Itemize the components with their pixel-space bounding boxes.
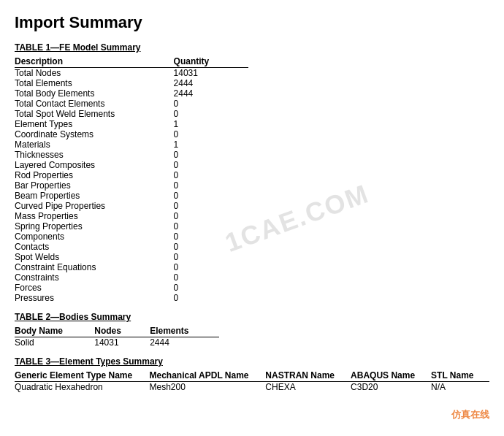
table1-cell-qty: 0 — [174, 221, 248, 232]
table1-cell-qty: 0 — [174, 211, 248, 221]
table3-cell: Quadratic Hexahedron — [15, 382, 149, 393]
table-row: Forces0 — [15, 283, 248, 293]
table-row: Quadratic HexahedronMesh200CHEXAC3D20N/A — [15, 382, 489, 393]
table1-cell-desc: Total Nodes — [15, 68, 174, 79]
table3-cell: N/A — [431, 382, 489, 393]
table1-cell-desc: Constraints — [15, 272, 174, 283]
table-row: Total Nodes14031 — [15, 68, 248, 79]
table-row: Pressures0 — [15, 293, 248, 303]
table1-cell-desc: Element Types — [15, 119, 174, 129]
table1-cell-qty: 2444 — [174, 88, 248, 99]
table2-title: TABLE 2—Bodies Summary — [15, 312, 489, 322]
table1-cell-desc: Total Contact Elements — [15, 99, 174, 109]
table3-col-nastran: NASTRAN Name — [265, 370, 351, 382]
table1-cell-desc: Spring Properties — [15, 221, 174, 232]
table1-cell-qty: 0 — [174, 180, 248, 191]
table-row: Coordinate Systems0 — [15, 129, 248, 139]
table1-title: TABLE 1—FE Model Summary — [15, 42, 489, 53]
table1-cell-desc: Mass Properties — [15, 211, 174, 221]
table1-cell-desc: Contacts — [15, 242, 174, 252]
table1-section: TABLE 1—FE Model Summary Description Qua… — [15, 42, 489, 303]
table-row: Solid140312444 — [15, 337, 219, 348]
table-row: Total Elements2444 — [15, 78, 248, 88]
table-row: Spring Properties0 — [15, 221, 248, 232]
table2-col-elements: Elements — [150, 325, 219, 337]
table3-col-generic: Generic Element Type Name — [15, 370, 149, 382]
table1-cell-qty: 0 — [174, 293, 248, 303]
table1-col-quantity: Quantity — [174, 56, 248, 68]
table1-cell-qty: 0 — [174, 272, 248, 283]
watermark2: 仿真在线 — [451, 408, 489, 421]
table1-cell-qty: 0 — [174, 150, 248, 160]
table1-cell-desc: Coordinate Systems — [15, 129, 174, 139]
table-row: Total Contact Elements0 — [15, 99, 248, 109]
table1-cell-qty: 0 — [174, 283, 248, 293]
table2: Body Name Nodes Elements Solid140312444 — [15, 325, 219, 348]
table1-cell-qty: 0 — [174, 232, 248, 242]
table-row: Mass Properties0 — [15, 211, 248, 221]
table2-section: TABLE 2—Bodies Summary Body Name Nodes E… — [15, 312, 489, 348]
table2-col-bodyname: Body Name — [15, 325, 94, 337]
table1-cell-qty: 0 — [174, 109, 248, 119]
table1-cell-qty: 0 — [174, 99, 248, 109]
table2-cell: 14031 — [94, 337, 150, 348]
table3-cell: Mesh200 — [149, 382, 265, 393]
table-row: Layered Composites0 — [15, 160, 248, 170]
table1-cell-desc: Layered Composites — [15, 160, 174, 170]
table2-cell: 2444 — [150, 337, 219, 348]
table2-col-nodes: Nodes — [94, 325, 150, 337]
table3-col-abaqus: ABAQUS Name — [351, 370, 431, 382]
table1-cell-desc: Bar Properties — [15, 180, 174, 191]
table1-cell-qty: 1 — [174, 119, 248, 129]
table-row: Thicknesses0 — [15, 150, 248, 160]
table1-cell-desc: Thicknesses — [15, 150, 174, 160]
table1-cell-desc: Components — [15, 232, 174, 242]
table3: Generic Element Type Name Mechanical APD… — [15, 370, 489, 392]
table1-cell-desc: Total Body Elements — [15, 88, 174, 99]
table-row: Materials1 — [15, 139, 248, 150]
table1-cell-qty: 14031 — [174, 68, 248, 79]
table3-cell: C3D20 — [351, 382, 431, 393]
table1-cell-desc: Beam Properties — [15, 191, 174, 201]
table3-section: TABLE 3—Element Types Summary Generic El… — [15, 356, 489, 392]
table-row: Constraint Equations0 — [15, 262, 248, 272]
table1-cell-desc: Rod Properties — [15, 170, 174, 180]
table-row: Components0 — [15, 232, 248, 242]
table1-cell-qty: 0 — [174, 170, 248, 180]
table-row: Constraints0 — [15, 272, 248, 283]
table1-cell-qty: 0 — [174, 129, 248, 139]
table1-cell-qty: 2444 — [174, 78, 248, 88]
table1-cell-desc: Spot Welds — [15, 252, 174, 262]
table1-cell-desc: Total Elements — [15, 78, 174, 88]
table-row: Bar Properties0 — [15, 180, 248, 191]
table1-cell-qty: 0 — [174, 191, 248, 201]
table-row: Element Types1 — [15, 119, 248, 129]
table2-cell: Solid — [15, 337, 94, 348]
page-title: Import Summary — [15, 13, 489, 32]
table1-cell-desc: Curved Pipe Properties — [15, 201, 174, 211]
table1-cell-qty: 0 — [174, 252, 248, 262]
table-row: Beam Properties0 — [15, 191, 248, 201]
table1-cell-desc: Forces — [15, 283, 174, 293]
table1-cell-qty: 0 — [174, 242, 248, 252]
table1-cell-desc: Pressures — [15, 293, 174, 303]
table3-col-stl: STL Name — [431, 370, 489, 382]
table-row: Spot Welds0 — [15, 252, 248, 262]
table1-cell-qty: 0 — [174, 262, 248, 272]
table1-cell-qty: 1 — [174, 139, 248, 150]
table-row: Rod Properties0 — [15, 170, 248, 180]
table1: Description Quantity Total Nodes14031Tot… — [15, 56, 248, 303]
table-row: Curved Pipe Properties0 — [15, 201, 248, 211]
table-row: Total Spot Weld Elements0 — [15, 109, 248, 119]
table1-col-description: Description — [15, 56, 174, 68]
table1-cell-desc: Total Spot Weld Elements — [15, 109, 174, 119]
table3-cell: CHEXA — [265, 382, 351, 393]
table1-cell-desc: Materials — [15, 139, 174, 150]
table1-cell-qty: 0 — [174, 160, 248, 170]
table3-col-apdl: Mechanical APDL Name — [149, 370, 265, 382]
table1-cell-qty: 0 — [174, 201, 248, 211]
table3-title: TABLE 3—Element Types Summary — [15, 356, 489, 367]
table1-cell-desc: Constraint Equations — [15, 262, 174, 272]
table-row: Total Body Elements2444 — [15, 88, 248, 99]
table-row: Contacts0 — [15, 242, 248, 252]
